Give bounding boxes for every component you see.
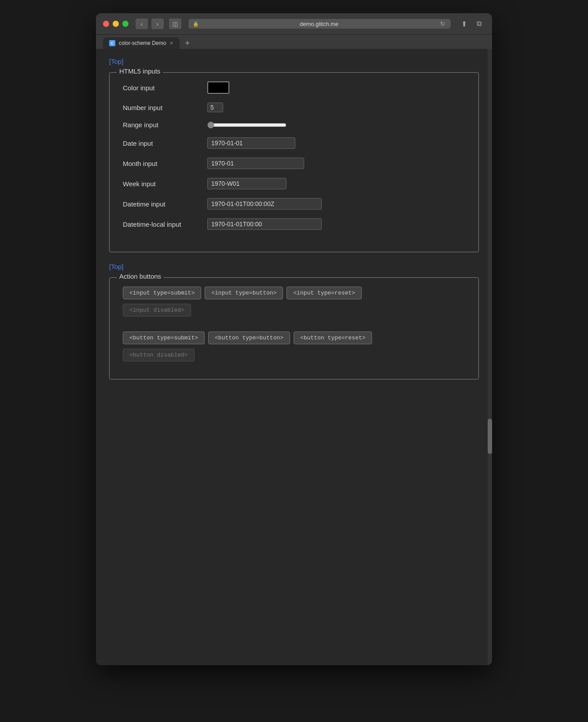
tab-title: color-scheme Demo — [119, 40, 166, 46]
back-button[interactable]: ‹ — [136, 18, 148, 29]
month-row: Month input — [123, 158, 465, 169]
active-tab[interactable]: C color-scheme Demo ✕ — [103, 37, 180, 49]
input-submit-button[interactable]: <input type=submit> — [123, 287, 201, 299]
range-row: Range input — [123, 121, 465, 129]
close-button[interactable] — [103, 21, 109, 27]
html5-inputs-section: HTML5 inputs Color input Number input Ra… — [109, 72, 479, 252]
week-label: Week input — [123, 180, 202, 188]
range-input[interactable] — [207, 122, 287, 129]
week-row: Week input — [123, 178, 465, 189]
sidebar-toggle-button[interactable]: ◫ — [169, 18, 181, 29]
input-reset-button[interactable]: <input type=reset> — [287, 287, 361, 299]
button-buttons-row: <button type=submit> <button type=button… — [123, 332, 465, 344]
input-disabled-button: <input disabled> — [123, 304, 191, 317]
url-text: demo.glitch.me — [202, 21, 437, 27]
maximize-button[interactable] — [122, 21, 129, 27]
month-input[interactable] — [207, 158, 304, 169]
titlebar: ‹ › ◫ 🔒 demo.glitch.me ↻ ⬆ ⧉ — [96, 13, 492, 35]
datetime-local-row: Datetime-local input — [123, 218, 465, 230]
datetime-input[interactable] — [207, 198, 322, 210]
datetime-local-label: Datetime-local input — [123, 221, 202, 228]
tab-favicon: C — [109, 40, 115, 46]
button-submit-button[interactable]: <button type=submit> — [123, 332, 205, 344]
traffic-lights — [103, 21, 129, 27]
duplicate-button[interactable]: ⧉ — [473, 18, 485, 29]
browser-window: ‹ › ◫ 🔒 demo.glitch.me ↻ ⬆ ⧉ C color-sch… — [96, 13, 492, 665]
new-tab-button[interactable]: + — [181, 39, 193, 47]
datetime-label: Datetime input — [123, 200, 202, 208]
forward-button[interactable]: › — [151, 18, 164, 29]
month-label: Month input — [123, 160, 202, 167]
number-label: Number input — [123, 104, 202, 111]
page-content: [Top] HTML5 inputs Color input Number in… — [96, 49, 492, 665]
button-disabled-button: <button disabled> — [123, 349, 195, 361]
datetime-row: Datetime input — [123, 198, 465, 210]
input-buttons-row: <input type=submit> <input type=button> … — [123, 287, 465, 299]
date-row: Date input — [123, 137, 465, 149]
scrollbar-track — [488, 49, 492, 665]
minimize-button[interactable] — [113, 21, 119, 27]
input-button-button[interactable]: <input type=button> — [205, 287, 283, 299]
color-label: Color input — [123, 84, 202, 92]
address-bar[interactable]: 🔒 demo.glitch.me ↻ — [188, 19, 451, 29]
action-legend: Action buttons — [117, 273, 164, 280]
range-label: Range input — [123, 121, 202, 129]
tab-bar: C color-scheme Demo ✕ + — [96, 35, 492, 49]
date-input[interactable] — [207, 137, 295, 149]
tab-close-icon[interactable]: ✕ — [169, 41, 173, 46]
button-disabled-row: <button disabled> — [123, 349, 465, 361]
datetime-local-input[interactable] — [207, 218, 322, 230]
html5-legend: HTML5 inputs — [117, 67, 163, 75]
action-buttons-section: Action buttons <input type=submit> <inpu… — [109, 277, 479, 379]
input-disabled-row: <input disabled> — [123, 304, 465, 317]
scrollbar-thumb[interactable] — [488, 419, 492, 454]
date-label: Date input — [123, 140, 202, 147]
lock-icon: 🔒 — [193, 21, 199, 27]
top-link-1[interactable]: [Top] — [109, 58, 124, 65]
number-input[interactable] — [207, 103, 223, 112]
reload-button[interactable]: ↻ — [439, 20, 446, 27]
browser-actions: ⬆ ⧉ — [458, 18, 485, 29]
number-row: Number input — [123, 103, 465, 112]
color-input[interactable] — [207, 81, 229, 94]
number-input-wrapper — [207, 103, 223, 112]
color-row: Color input — [123, 81, 465, 94]
week-input[interactable] — [207, 178, 287, 189]
top-link-2[interactable]: [Top] — [109, 263, 124, 270]
share-button[interactable]: ⬆ — [458, 18, 470, 29]
button-reset-button[interactable]: <button type=reset> — [294, 332, 372, 344]
button-button-button[interactable]: <button type=button> — [208, 332, 290, 344]
